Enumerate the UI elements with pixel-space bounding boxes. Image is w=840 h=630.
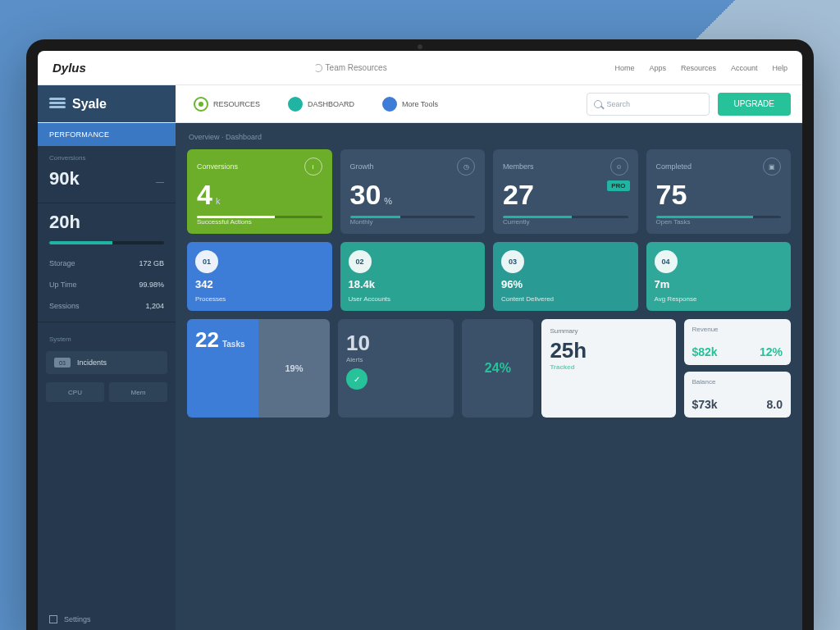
- topbar: Dylus Team Resources Home Apps Resources…: [38, 51, 802, 85]
- small-val: 96%: [501, 278, 630, 290]
- sidebar-mini-cpu[interactable]: CPU: [46, 382, 104, 402]
- row-key: Up Time: [49, 281, 77, 289]
- small-users[interactable]: 02 18.4k User Accounts: [340, 242, 486, 311]
- dot-icon: [288, 97, 303, 112]
- heading: Summary: [550, 327, 667, 335]
- brand-icon: [49, 98, 66, 111]
- small-sub: Avg Response: [655, 295, 783, 303]
- sidebar: PERFORMANCE Conversions 90k— 20h Storage…: [38, 123, 176, 630]
- small-val: 7m: [655, 278, 783, 290]
- shield-icon: ▣: [763, 158, 781, 176]
- val: 10: [346, 331, 370, 355]
- pill-label: Incidents: [77, 358, 107, 367]
- tile-summary[interactable]: Summary 25h Tracked: [541, 319, 675, 418]
- app-body: PERFORMANCE Conversions 90k— 20h Storage…: [38, 123, 802, 630]
- sidebar-row-uptime[interactable]: Up Time99.98%: [38, 274, 176, 295]
- sidebar-row-storage[interactable]: Storage172 GB: [38, 253, 176, 274]
- refresh-icon: [314, 64, 322, 72]
- tile-num: 30: [350, 179, 381, 211]
- nav-help[interactable]: Help: [772, 64, 788, 72]
- val-a: $82k: [692, 345, 718, 358]
- small-processes[interactable]: 01 342 Processes: [187, 242, 332, 311]
- check-icon: ✓: [346, 368, 368, 390]
- search-icon: [594, 100, 602, 108]
- card-balance[interactable]: Balance $73k8.0: [684, 372, 792, 418]
- tile-suffix: %: [384, 196, 392, 206]
- tile-label: Completed: [656, 162, 692, 171]
- tile-row-3: 22Tasks 19% 10 Alerts ✓ 24% Summary 2: [187, 319, 791, 418]
- sidebar-incidents[interactable]: 03 Incidents: [46, 351, 167, 374]
- user-icon: ☺: [610, 158, 628, 176]
- nav-account[interactable]: Account: [731, 64, 758, 72]
- card-revenue[interactable]: Revenue $82k12%: [684, 319, 792, 365]
- small-val: 342: [195, 278, 324, 290]
- circle-icon: 03: [501, 250, 524, 273]
- tile-stack: Revenue $82k12% Balance $73k8.0: [684, 319, 792, 418]
- site-logo[interactable]: Dylus: [52, 61, 86, 75]
- tile-tasks[interactable]: 22Tasks 19%: [187, 319, 330, 418]
- subbar: Syale RESOURCES DASHBOARD More Tools Sea…: [38, 85, 802, 123]
- sidebar-stat-2: 20h: [38, 208, 176, 241]
- heading: Balance: [692, 378, 783, 386]
- tile-label: Members: [503, 162, 534, 171]
- badge: 03: [54, 358, 71, 368]
- topbar-links: Home Apps Resources Account Help: [614, 64, 788, 72]
- heading: Revenue: [692, 326, 783, 333]
- tile-cap: Successful Actions: [197, 218, 322, 226]
- sub: Alerts: [346, 356, 445, 363]
- side-val: 19%: [285, 363, 303, 373]
- nav-apps[interactable]: Apps: [649, 64, 666, 72]
- tile-cap: Monthly: [350, 218, 476, 226]
- row-val: 1,204: [145, 302, 164, 310]
- small-sub: User Accounts: [349, 295, 477, 303]
- chip-resources[interactable]: RESOURCES: [184, 97, 270, 112]
- tile-growth[interactable]: Growth◷ 30% Monthly: [340, 149, 486, 234]
- tile-num: 75: [656, 179, 687, 211]
- stat-value: 20h: [49, 212, 80, 233]
- info-icon: i: [304, 158, 322, 176]
- search-input[interactable]: Search: [587, 93, 710, 116]
- sidebar-row-sessions[interactable]: Sessions1,204: [38, 295, 176, 317]
- tile-completed[interactable]: Completed▣ 75 Open Tasks: [646, 149, 792, 234]
- tile-row-1: Conversionsi 4k Successful Actions Growt…: [187, 149, 791, 234]
- sidebar-settings[interactable]: Settings: [38, 609, 176, 630]
- small-val: 18.4k: [349, 278, 477, 290]
- nav-resources[interactable]: Resources: [681, 64, 716, 72]
- sub: Tracked: [550, 363, 667, 371]
- chip-more[interactable]: More Tools: [372, 97, 448, 112]
- tile-cap: Currently: [503, 218, 628, 226]
- tile-members[interactable]: Members☺ 27 PRO Currently: [493, 149, 638, 234]
- val: 25h: [550, 338, 667, 363]
- row-key: Storage: [49, 259, 75, 267]
- stat-side: —: [156, 177, 164, 186]
- sidebar-stat-1: 90k—: [38, 165, 176, 198]
- sidebar-section-2: System: [38, 327, 176, 346]
- small-response[interactable]: 04 7m Avg Response: [646, 242, 792, 311]
- chip-label: More Tools: [402, 100, 438, 108]
- tile-percent[interactable]: 24%: [462, 319, 533, 418]
- app-brand[interactable]: Syale: [38, 85, 176, 122]
- laptop-frame: Dylus Team Resources Home Apps Resources…: [26, 39, 814, 630]
- breadcrumb: Overview · Dashboard: [187, 131, 791, 141]
- tile-tag: PRO: [607, 180, 629, 191]
- tile-alerts[interactable]: 10 Alerts ✓: [338, 319, 454, 418]
- upgrade-button[interactable]: UPGRADE: [718, 93, 791, 116]
- tile-row-2: 01 342 Processes 02 18.4k User Accounts …: [187, 242, 791, 311]
- val-b: 8.0: [767, 398, 783, 411]
- chip-dashboard[interactable]: DASHBOARD: [278, 97, 364, 112]
- tile-suffix: k: [216, 196, 221, 206]
- tile-cap: Open Tasks: [656, 218, 782, 226]
- val-a: $73k: [692, 398, 718, 411]
- row-key: Sessions: [49, 302, 80, 310]
- small-content[interactable]: 03 96% Content Delivered: [493, 242, 638, 311]
- small-sub: Content Delivered: [501, 295, 630, 303]
- tile-label: Growth: [350, 162, 374, 171]
- sidebar-mini-mem[interactable]: Mem: [109, 382, 167, 402]
- sidebar-active-item[interactable]: PERFORMANCE: [38, 123, 176, 146]
- chip-label: DASHBOARD: [308, 100, 354, 108]
- nav-home[interactable]: Home: [614, 64, 634, 72]
- tile-conversions[interactable]: Conversionsi 4k Successful Actions: [187, 149, 332, 234]
- row-val: 172 GB: [139, 259, 164, 267]
- tile-label: Conversions: [197, 162, 238, 171]
- sidebar-section-label: Conversions: [38, 146, 176, 165]
